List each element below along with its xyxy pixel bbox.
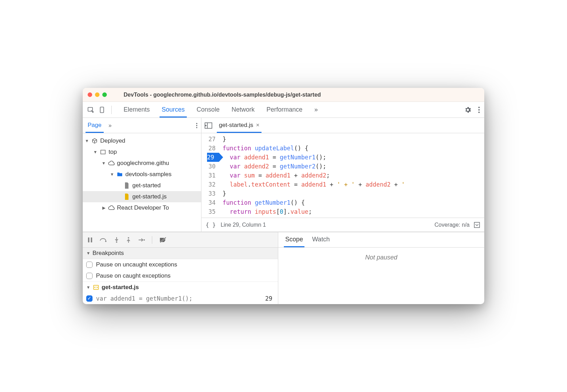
step-over-icon[interactable] — [100, 237, 107, 243]
tree-label: React Developer To — [117, 204, 169, 211]
close-icon[interactable] — [88, 92, 92, 97]
tab-network[interactable]: Network — [230, 103, 256, 117]
navigator-kebab-icon[interactable] — [196, 122, 198, 129]
tabs-overflow-icon[interactable]: » — [313, 103, 319, 117]
step-out-icon[interactable] — [126, 237, 131, 243]
tab-performance[interactable]: Performance — [265, 103, 304, 117]
tree-file-js[interactable]: get-started.js — [83, 191, 201, 202]
tab-watch[interactable]: Watch — [311, 233, 330, 247]
close-tab-icon[interactable]: × — [256, 122, 259, 129]
breakpoint-line: 29 — [265, 295, 274, 302]
hide-navigator-icon[interactable] — [204, 122, 213, 129]
code-editor[interactable]: 272829303132333435 }function updateLabel… — [201, 133, 484, 218]
pause-icon[interactable] — [88, 237, 93, 243]
pretty-print-icon[interactable]: { } — [206, 221, 216, 228]
tree-file-html[interactable]: get-started — [83, 180, 201, 191]
devtools-window: DevTools - googlechrome.github.io/devtoo… — [83, 88, 484, 304]
tab-sources[interactable]: Sources — [160, 103, 186, 117]
svg-point-6 — [196, 125, 197, 126]
sources-body: Page » ▼ Deployed ▼ top ▼ — [83, 118, 484, 232]
svg-point-7 — [196, 127, 197, 128]
svg-point-3 — [478, 109, 480, 111]
tree-extension[interactable]: ▶ React Developer To — [83, 202, 201, 213]
svg-point-5 — [196, 123, 197, 124]
tab-elements[interactable]: Elements — [122, 103, 151, 117]
breakpoint-file-header[interactable]: ▼ get-started.js — [83, 281, 278, 293]
gear-icon[interactable] — [464, 106, 472, 114]
breakpoint-entry[interactable]: var addend1 = getNumber1(); 29 — [83, 293, 278, 304]
file-tab[interactable]: get-started.js × — [217, 118, 262, 133]
breakpoints-title: Breakpoints — [93, 250, 124, 257]
step-into-icon[interactable] — [114, 237, 119, 243]
cloud-icon — [108, 204, 115, 211]
code-content[interactable]: }function updateLabel() { var addend1 = … — [219, 133, 484, 218]
main-toolbar: Elements Sources Console Network Perform… — [83, 102, 484, 118]
file-tree: ▼ Deployed ▼ top ▼ googlechrome.githu ▼ — [83, 133, 201, 216]
cursor-position: Line 29, Column 1 — [221, 222, 266, 228]
zoom-icon[interactable] — [102, 92, 107, 97]
file-tab-bar: get-started.js × — [201, 118, 484, 133]
svg-point-16 — [128, 237, 129, 239]
checkbox-checked[interactable] — [86, 295, 93, 302]
navigator-pane: Page » ▼ Deployed ▼ top ▼ — [83, 118, 201, 232]
tree-label: top — [109, 149, 117, 156]
editor-pane: get-started.js × 272829303132333435 }fun… — [201, 118, 484, 232]
checkbox[interactable] — [86, 262, 93, 268]
svg-point-2 — [478, 107, 480, 108]
cloud-icon — [108, 160, 115, 167]
window-controls — [88, 92, 107, 97]
device-toggle-icon[interactable] — [98, 106, 106, 114]
navigator-tab-page[interactable]: Page — [86, 118, 103, 133]
inspect-icon[interactable] — [87, 106, 95, 114]
pause-caught-label: Pause on caught exceptions — [96, 272, 171, 279]
folder-icon — [116, 171, 123, 178]
file-tab-name: get-started.js — [219, 122, 253, 129]
tree-domain[interactable]: ▼ googlechrome.githu — [83, 158, 201, 169]
breakpoint-file-name: get-started.js — [102, 284, 139, 291]
minimize-icon[interactable] — [95, 92, 100, 97]
pause-uncaught-row[interactable]: Pause on uncaught exceptions — [83, 259, 278, 270]
tree-folder[interactable]: ▼ devtools-samples — [83, 169, 201, 180]
editor-statusbar: { } Line 29, Column 1 Coverage: n/a — [201, 218, 484, 232]
scope-tabs: Scope Watch — [278, 232, 484, 248]
tree-label: get-started.js — [132, 193, 167, 200]
coverage-status: Coverage: n/a — [434, 222, 470, 228]
svg-point-14 — [105, 241, 106, 242]
breakpoints-list: Pause on uncaught exceptions Pause on ca… — [83, 259, 278, 304]
titlebar: DevTools - googlechrome.github.io/devtoo… — [83, 88, 484, 102]
statusbar-menu-icon[interactable] — [474, 222, 480, 228]
breakpoints-header[interactable]: ▼ Breakpoints — [83, 248, 278, 259]
svg-rect-1 — [100, 107, 104, 113]
tree-label: get-started — [132, 182, 161, 189]
line-gutter[interactable]: 272829303132333435 — [201, 133, 219, 218]
navigator-overflow-icon[interactable]: » — [109, 122, 112, 129]
svg-point-15 — [116, 241, 117, 243]
checkbox[interactable] — [86, 273, 93, 279]
tree-top[interactable]: ▼ top — [83, 146, 201, 158]
tab-console[interactable]: Console — [195, 103, 221, 117]
tree-label: googlechrome.githu — [117, 160, 169, 167]
svg-point-4 — [478, 112, 480, 113]
svg-rect-8 — [101, 150, 105, 154]
svg-rect-11 — [474, 222, 480, 227]
svg-rect-12 — [88, 238, 89, 242]
kebab-icon[interactable] — [478, 106, 480, 114]
pause-caught-row[interactable]: Pause on caught exceptions — [83, 270, 278, 281]
script-badge-icon — [93, 285, 99, 290]
debugger-pane: ▼ Breakpoints Pause on uncaught exceptio… — [83, 232, 484, 304]
cube-icon — [91, 137, 98, 144]
deactivate-breakpoints-icon[interactable] — [159, 237, 167, 243]
tab-scope[interactable]: Scope — [285, 233, 304, 247]
svg-rect-13 — [91, 238, 92, 242]
window-title: DevTools - googlechrome.github.io/devtoo… — [124, 92, 479, 98]
tree-deployed[interactable]: ▼ Deployed — [83, 135, 201, 146]
tree-label: devtools-samples — [125, 171, 171, 178]
panel-tabs: Elements Sources Console Network Perform… — [122, 103, 461, 117]
breakpoint-code: var addend1 = getNumber1(); — [96, 295, 262, 302]
svg-point-17 — [143, 239, 145, 241]
navigator-tabs: Page » — [83, 118, 201, 133]
debug-right-panel: Scope Watch Not paused — [278, 232, 484, 304]
step-icon[interactable] — [138, 238, 145, 242]
divider — [111, 106, 112, 114]
debug-left-panel: ▼ Breakpoints Pause on uncaught exceptio… — [83, 232, 278, 304]
